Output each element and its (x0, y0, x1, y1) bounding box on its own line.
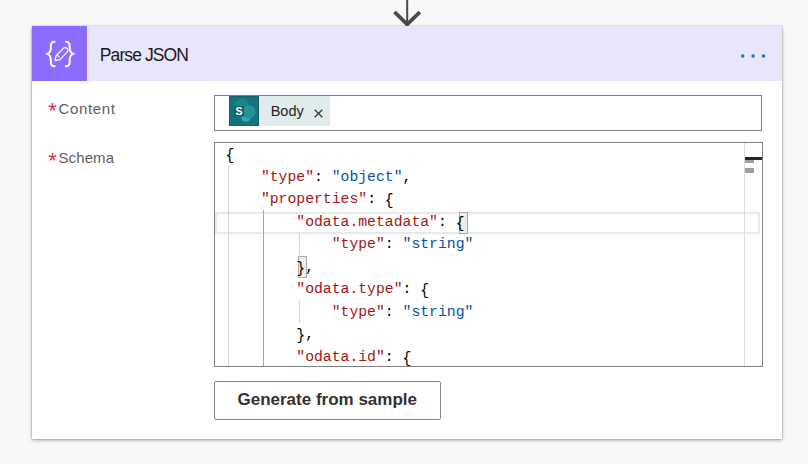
svg-text:S: S (235, 105, 242, 117)
